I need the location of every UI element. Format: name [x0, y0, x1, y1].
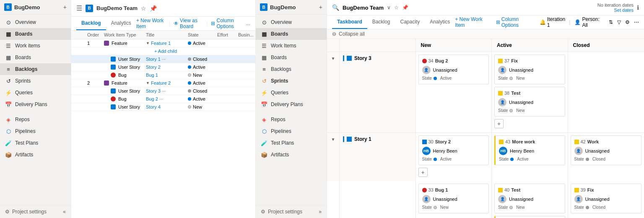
lane-collapse-story1[interactable]: ▼: [331, 137, 335, 142]
more-options-button[interactable]: ...: [246, 21, 250, 26]
table-row[interactable]: 2 Feature ▼Feature 2 Active Business: [71, 79, 255, 87]
tab-analytics[interactable]: Analytics: [106, 17, 136, 30]
right-nav-boards2[interactable]: ▦ Boards: [256, 52, 327, 63]
row-title-story1[interactable]: Story 1 ···: [146, 57, 188, 62]
table-row[interactable]: User Story Story 2 Active Business: [71, 63, 255, 71]
row-title-story4[interactable]: Story 4: [146, 104, 188, 109]
right-nav-queries[interactable]: ⚡ Queries: [256, 87, 327, 99]
board-star-icon[interactable]: ☆: [394, 5, 399, 10]
right-nav-boards[interactable]: ▦ Boards: [256, 28, 327, 40]
card-43-more-work[interactable]: 43 More work HB Henry Been State: [494, 135, 565, 165]
sidebar-item-backlogs[interactable]: ≡ Backlogs: [0, 63, 71, 75]
sidebar-item-pipelines[interactable]: ⬡ Pipelines: [0, 125, 71, 137]
state-dot-closed: [188, 89, 191, 93]
sort-icon-board[interactable]: ⇅: [609, 19, 613, 25]
add-card-story3-active[interactable]: +: [494, 119, 504, 128]
set-dates-link[interactable]: Set dates: [597, 8, 634, 13]
tab-analytics-board[interactable]: Analytics: [425, 16, 455, 29]
board-panel: 🔍 BugDemo Team ∨ ☆ 📌 No iteration dates …: [327, 0, 644, 218]
board-pin-icon[interactable]: 📌: [402, 5, 408, 10]
sidebar-item-repos[interactable]: ◈ Repos: [0, 114, 71, 125]
card-33-bug1[interactable]: 33 Bug 1 👤 Unassigned State: [418, 184, 489, 213]
add-card-story1-new[interactable]: +: [418, 168, 428, 177]
add-button-right[interactable]: +: [319, 4, 322, 10]
more-options-story3[interactable]: ···: [162, 88, 166, 93]
project-name-right: BugDemo: [270, 4, 296, 10]
column-options-button[interactable]: ⊞ Column Options: [211, 18, 243, 29]
card-37-fix[interactable]: 37 Fix 👤 Unassigned State: [494, 54, 565, 84]
sidebar-item-delivery-plans[interactable]: 📅 Delivery Plans: [0, 99, 71, 110]
table-row[interactable]: User Story Story 1 ··· Closed Business: [71, 55, 255, 63]
filter-icon-board[interactable]: ▽: [617, 19, 621, 25]
card-40-test[interactable]: 40 Test 👤 Unassigned State: [494, 184, 565, 213]
settings-gear-icon: ⚙: [5, 209, 10, 215]
sidebar-item-boards[interactable]: ▦ Boards: [0, 28, 71, 40]
card-38-test[interactable]: 38 Test 👤 Unassigned State: [494, 87, 565, 117]
sidebar-item-test-plans[interactable]: 🧪 Test Plans: [0, 137, 71, 149]
right-nav-footer[interactable]: ⚙ Project settings »: [256, 205, 327, 218]
add-child-row[interactable]: + Add child: [71, 47, 255, 55]
row-title-story3[interactable]: Story 3 ···: [146, 88, 188, 93]
tab-backlog-board[interactable]: Backlog: [367, 16, 395, 29]
card-39-fix[interactable]: 39 Fix 👤 Unassigned State: [571, 184, 642, 213]
new-work-item-board-button[interactable]: + New Work Item: [455, 16, 492, 28]
sidebar-label-artifacts: Artifacts: [15, 152, 33, 158]
state-dot-closed: [586, 158, 589, 161]
card-41-refactor[interactable]: 41 Refactor Base Class to Fix underlying…: [494, 216, 565, 218]
settings-icon-board-toolbar[interactable]: ⚙: [625, 19, 630, 25]
boards-icon-right: ▦: [261, 31, 267, 37]
table-row[interactable]: Bug Bug 1 New Business: [71, 71, 255, 79]
more-options-bug2[interactable]: ···: [159, 96, 163, 101]
table-row[interactable]: 1 Feature ▼Feature 1 Active Business: [71, 39, 255, 47]
right-nav-delivery-plans[interactable]: 📅 Delivery Plans: [256, 99, 327, 110]
right-nav-overview[interactable]: ⊙ Overview: [256, 16, 327, 28]
sidebar-item-sprints[interactable]: ↺ Sprints: [0, 75, 71, 87]
tab-backlog[interactable]: Backlog: [76, 17, 106, 30]
table-row[interactable]: User Story Story 4 New Business: [71, 103, 255, 111]
right-nav-pipelines[interactable]: ⬡ Pipelines: [256, 125, 327, 137]
iteration-button[interactable]: 🔔 Iteration 1 |: [540, 16, 571, 28]
assignee-label: Unassigned: [433, 67, 457, 73]
tab-capacity[interactable]: Capacity: [395, 16, 425, 29]
lane-collapse-story3[interactable]: ▼: [331, 56, 335, 61]
column-options-board-button[interactable]: ⊞ Column Options: [496, 16, 535, 28]
person-filter-button[interactable]: 👤 Person: All: [574, 16, 605, 28]
table-row[interactable]: User Story Story 3 ··· Closed Business: [71, 87, 255, 95]
card-34-bug2[interactable]: 34 Bug 2 👤 Unassigned State: [418, 54, 489, 84]
sidebar-item-boards2[interactable]: ▦ Boards: [0, 52, 71, 63]
card-42-work[interactable]: 42 Work 👤 Unassigned State: [571, 135, 642, 165]
pin-icon-middle[interactable]: 📌: [150, 5, 157, 12]
column-options-icon-board: ⊞: [496, 19, 500, 25]
row-title-bug1[interactable]: Bug 1: [146, 73, 188, 78]
right-nav-sprints[interactable]: ↺ Sprints: [256, 75, 327, 87]
collapse-all-bar[interactable]: ⊖ Collapse all: [327, 29, 644, 39]
row-title[interactable]: ▼Feature 1: [146, 41, 188, 46]
sidebar-item-overview[interactable]: ⊙ Overview: [0, 16, 71, 28]
sidebar-label-queries: Queries: [15, 90, 33, 96]
right-nav-backlogs[interactable]: ≡ Backlogs: [256, 63, 327, 75]
add-project-button[interactable]: +: [63, 4, 67, 10]
left-footer[interactable]: ⚙ Project settings «: [0, 205, 71, 218]
row-title-bug2[interactable]: Bug 2 ···: [146, 96, 188, 101]
star-icon-middle[interactable]: ☆: [141, 5, 146, 12]
collapse-right-sidebar-button[interactable]: »: [319, 209, 322, 215]
right-nav-work-items[interactable]: ☰ Work Items: [256, 40, 327, 52]
right-nav-artifacts[interactable]: 📦 Artifacts: [256, 149, 327, 161]
right-nav-test-plans[interactable]: 🧪 Test Plans: [256, 137, 327, 149]
board-chevron-down[interactable]: ∨: [387, 5, 391, 10]
view-as-board-button[interactable]: 👁 View as Board: [174, 18, 203, 29]
more-options-board[interactable]: ⋯: [634, 19, 639, 25]
sidebar-item-queries[interactable]: ⚡ Queries: [0, 87, 71, 99]
table-row[interactable]: Bug Bug 2 ··· Active Business: [71, 95, 255, 103]
collapse-sidebar-button[interactable]: «: [63, 209, 66, 215]
card-30-story2[interactable]: 30 Story 2 HB Henry Been State: [418, 135, 489, 165]
tab-taskboard[interactable]: Taskboard: [332, 16, 367, 29]
row-title-feature2[interactable]: ▼Feature 2: [146, 80, 188, 86]
sidebar-item-artifacts[interactable]: 📦 Artifacts: [0, 149, 71, 161]
sidebar-label-pipelines: Pipelines: [15, 128, 36, 134]
right-nav-repos[interactable]: ◈ Repos: [256, 114, 327, 125]
new-work-item-button[interactable]: + New Work Item: [136, 18, 166, 29]
sidebar-item-work-items[interactable]: ☰ Work items: [0, 40, 71, 52]
more-options-story1[interactable]: ···: [162, 57, 166, 62]
row-title-story2[interactable]: Story 2: [146, 65, 188, 70]
